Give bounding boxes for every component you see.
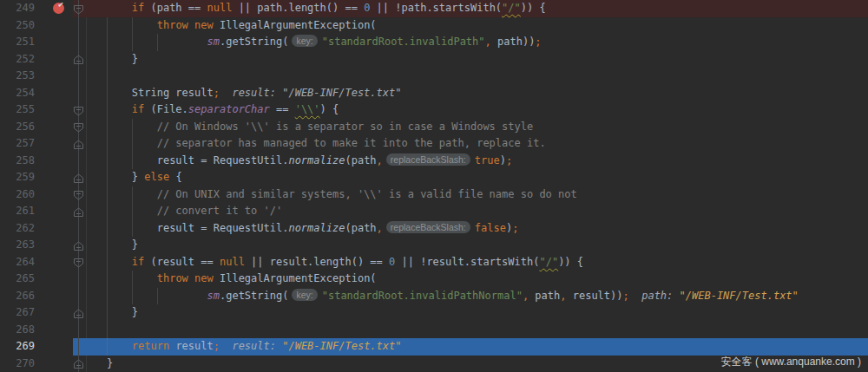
code-text: ) bbox=[500, 154, 506, 166]
breakpoint-verified-check-icon: ✔ bbox=[58, 0, 63, 9]
line-number[interactable]: 253 bbox=[0, 68, 35, 85]
gutter[interactable]: 254 bbox=[0, 85, 73, 102]
line-number[interactable]: 262 bbox=[0, 220, 35, 238]
fold-marker-icon[interactable] bbox=[74, 206, 83, 224]
fold-marker-icon[interactable] bbox=[74, 3, 83, 21]
field-reference: sm bbox=[207, 290, 220, 302]
line-number[interactable]: 251 bbox=[0, 34, 35, 51]
gutter[interactable]: 260 bbox=[0, 186, 73, 204]
code-line[interactable]: if (File.separatorChar == '\\') { bbox=[73, 101, 868, 119]
fold-marker-icon[interactable] bbox=[74, 240, 83, 258]
code-line[interactable]: sm.getString(key:"standardRoot.invalidPa… bbox=[73, 288, 868, 305]
code-text: )) { bbox=[558, 256, 583, 268]
code-line[interactable] bbox=[73, 322, 868, 339]
line-number[interactable]: 260 bbox=[0, 186, 35, 204]
gutter[interactable]: 270 bbox=[0, 356, 73, 372]
fold-marker-icon[interactable] bbox=[74, 358, 83, 372]
fold-marker-icon[interactable] bbox=[74, 173, 83, 190]
code-line[interactable] bbox=[73, 68, 868, 85]
gutter[interactable]: 256 bbox=[0, 119, 73, 136]
gutter[interactable]: 267 bbox=[0, 304, 73, 322]
gutter[interactable]: 266 bbox=[0, 288, 73, 305]
code-line[interactable]: } bbox=[73, 237, 868, 254]
line-number[interactable]: 270 bbox=[0, 356, 35, 372]
line-number[interactable]: 258 bbox=[0, 153, 35, 170]
gutter[interactable]: 252 bbox=[0, 51, 73, 69]
line-number[interactable]: 256 bbox=[0, 119, 35, 136]
code-line[interactable]: if (path == null || path.length() == 0 |… bbox=[73, 0, 868, 17]
fold-marker-icon[interactable] bbox=[74, 308, 83, 325]
line-number[interactable]: 266 bbox=[0, 288, 35, 305]
editor-line: 259 } else { bbox=[0, 169, 868, 186]
code-text: .getString( bbox=[220, 290, 288, 302]
gutter[interactable]: 263 bbox=[0, 237, 73, 254]
editor-line: 263 } bbox=[0, 237, 868, 254]
line-number[interactable]: 255 bbox=[0, 101, 35, 119]
code-text: } bbox=[82, 306, 138, 318]
line-number[interactable]: 263 bbox=[0, 237, 35, 254]
debug-inline-hint-value: "/WEB-INF/Test.txt" bbox=[282, 87, 401, 99]
fold-marker-icon[interactable] bbox=[74, 54, 83, 71]
editor-line: 266 sm.getString(key:"standardRoot.inval… bbox=[0, 288, 868, 305]
line-number[interactable]: 269 bbox=[0, 338, 35, 356]
code-text: if (result == null || result.length() ==… bbox=[82, 256, 583, 268]
line-number[interactable]: 264 bbox=[0, 254, 35, 271]
gutter[interactable]: 250 bbox=[0, 17, 73, 35]
code-text bbox=[82, 272, 157, 284]
line-number[interactable]: 252 bbox=[0, 51, 35, 69]
gutter[interactable]: 249✔ bbox=[0, 0, 73, 17]
gutter[interactable]: 268 bbox=[0, 322, 73, 339]
code-text: String result bbox=[82, 87, 214, 99]
line-number[interactable]: 257 bbox=[0, 135, 35, 153]
gutter[interactable]: 264 bbox=[0, 254, 73, 271]
fold-marker-icon[interactable] bbox=[74, 139, 83, 156]
gutter[interactable]: 253 bbox=[0, 68, 73, 85]
line-number[interactable]: 249 bbox=[0, 0, 35, 17]
code-line[interactable]: // convert it to '/' bbox=[73, 203, 868, 220]
code-line[interactable]: result = RequestUtil.normalize(path,repl… bbox=[73, 153, 868, 170]
fold-marker-icon[interactable] bbox=[74, 121, 83, 139]
code-line[interactable]: // On UNIX and similar systems, '\\' is … bbox=[73, 186, 868, 204]
code-text: IllegalArgumentException( bbox=[214, 272, 377, 284]
code-text: || path.length() == bbox=[232, 2, 364, 14]
line-number[interactable]: 267 bbox=[0, 304, 35, 322]
field-reference: sm bbox=[207, 36, 220, 48]
code-line[interactable]: } bbox=[73, 304, 868, 322]
code-line[interactable]: sm.getString(key:"standardRoot.invalidPa… bbox=[73, 34, 868, 51]
gutter[interactable]: 251 bbox=[0, 34, 73, 51]
code-text bbox=[82, 103, 132, 115]
line-number[interactable]: 250 bbox=[0, 17, 35, 35]
code-text: )) { bbox=[521, 2, 546, 14]
code-line[interactable]: } bbox=[73, 51, 868, 69]
gutter[interactable]: 261 bbox=[0, 203, 73, 220]
line-number[interactable]: 254 bbox=[0, 85, 35, 102]
code-line[interactable]: return result; result: "/WEB-INF/Test.tx… bbox=[73, 338, 868, 356]
gutter[interactable]: 257 bbox=[0, 135, 73, 153]
gutter[interactable]: 265 bbox=[0, 271, 73, 288]
code-text: (path bbox=[345, 154, 376, 166]
gutter[interactable]: 259 bbox=[0, 169, 73, 186]
code-line[interactable]: throw new IllegalArgumentException( bbox=[73, 17, 868, 35]
gutter[interactable]: 255 bbox=[0, 101, 73, 119]
code-text: } bbox=[82, 357, 113, 369]
code-line[interactable]: // separator has managed to make it into… bbox=[73, 135, 868, 153]
keyword: throw bbox=[157, 272, 188, 284]
fold-marker-icon[interactable] bbox=[74, 189, 83, 206]
code-line[interactable]: result = RequestUtil.normalize(path,repl… bbox=[73, 220, 868, 238]
fold-marker-icon[interactable] bbox=[74, 105, 83, 122]
editor-lines: 249✔ if (path == null || path.length() =… bbox=[0, 0, 868, 372]
code-text: path bbox=[529, 290, 560, 302]
code-line[interactable]: if (result == null || result.length() ==… bbox=[73, 254, 868, 271]
gutter[interactable]: 262 bbox=[0, 220, 73, 238]
gutter[interactable]: 258 bbox=[0, 153, 73, 170]
code-line[interactable]: } else { bbox=[73, 169, 868, 186]
code-line[interactable]: // On Windows '\\' is a separator so in … bbox=[73, 119, 868, 136]
line-number[interactable]: 268 bbox=[0, 322, 35, 339]
line-number[interactable]: 259 bbox=[0, 169, 35, 186]
code-line[interactable]: throw new IllegalArgumentException( bbox=[73, 271, 868, 288]
gutter[interactable]: 269 bbox=[0, 338, 73, 356]
line-number[interactable]: 261 bbox=[0, 203, 35, 220]
code-line[interactable]: String result; result: "/WEB-INF/Test.tx… bbox=[73, 85, 868, 102]
line-number[interactable]: 265 bbox=[0, 271, 35, 288]
fold-marker-icon[interactable] bbox=[74, 257, 83, 274]
